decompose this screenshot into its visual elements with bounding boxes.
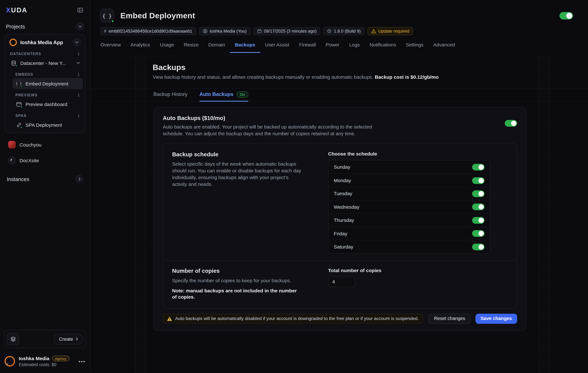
- group-count: 1: [77, 114, 80, 118]
- backup-cost-text: Backup cost is $0.12/gb/mo: [375, 74, 439, 80]
- total-copies-input[interactable]: [328, 276, 355, 287]
- tab-logs[interactable]: Logs: [344, 40, 365, 53]
- tab-usage[interactable]: Usage: [155, 40, 179, 53]
- tab-firewall[interactable]: Firewall: [294, 40, 321, 53]
- sidebar-item-preview-dashboard[interactable]: Preview dashboard: [12, 99, 83, 110]
- auto-backups-toggle[interactable]: [505, 120, 517, 127]
- tab-backups[interactable]: Backups: [230, 40, 260, 53]
- deployment-header: { } Embed Deployment # emb6f21453486458c…: [90, 0, 588, 56]
- update-required-label: Update required: [378, 29, 409, 33]
- chevron-down-icon: [78, 25, 82, 28]
- deployment-meta-chips: # emb6f21453486458ce1d0d901d9aaeaaeb1 Io…: [100, 27, 413, 35]
- owner-label: Ioshka Media (You): [210, 29, 247, 33]
- day-label: Sunday: [334, 164, 350, 170]
- tab-domain[interactable]: Domain: [203, 40, 230, 53]
- couchyou-logo-icon: [8, 141, 16, 148]
- auto-backups-description: Auto backups are enabled. Your project w…: [163, 124, 382, 137]
- tab-settings[interactable]: Settings: [401, 40, 428, 53]
- day-label: Monday: [334, 178, 351, 183]
- auto-backups-card-header: Auto Backups ($10/mo) Auto backups are e…: [154, 107, 526, 137]
- panel-collapse-icon: [77, 7, 83, 13]
- day-row-thursday: Thursday: [329, 213, 490, 227]
- sidebar-item-embed-deployment[interactable]: { } Embed Deployment: [12, 78, 83, 89]
- downgrade-warning: Auto backups will be automatically disab…: [163, 314, 423, 323]
- sidebar-item-datacenter[interactable]: Datacenter - New Y...: [7, 57, 83, 69]
- sidebar-item-project[interactable]: Ioshka Media App: [7, 37, 83, 48]
- create-label: Create: [59, 337, 73, 342]
- link-icon: [15, 121, 22, 128]
- project-collapse-button[interactable]: [73, 38, 81, 46]
- day-toggle-wednesday[interactable]: [472, 204, 484, 211]
- copies-note: Note: manual backups are not included in…: [172, 287, 298, 300]
- tab-overview[interactable]: Overview: [96, 40, 126, 53]
- total-copies-label: Total number of copies: [328, 267, 508, 273]
- projects-header: Projects: [4, 22, 85, 30]
- window-icon: [15, 101, 22, 108]
- sidebar-item-spa-deployment[interactable]: SPA Deployment: [12, 119, 83, 131]
- deployment-enabled-toggle[interactable]: [559, 12, 573, 19]
- group-previews: PREVIEWS 1: [12, 89, 83, 99]
- day-row-friday: Friday: [329, 227, 490, 240]
- day-row-saturday: Saturday: [329, 240, 490, 253]
- tab-resize[interactable]: Resize: [179, 40, 203, 53]
- save-changes-button[interactable]: Save changes: [475, 313, 517, 324]
- account-row[interactable]: 0 Ioshka Media Agency Estimated costs: $…: [4, 353, 85, 369]
- group-label-text: EMBEDS: [15, 72, 33, 76]
- day-toggle-monday[interactable]: [472, 177, 484, 184]
- chevron-down-icon: [75, 41, 78, 43]
- sidebar-item-docxsite[interactable]: DocXsite: [4, 155, 85, 166]
- backup-schedule-title: Backup schedule: [172, 151, 312, 157]
- status-dot: [20, 106, 23, 108]
- owner-chip: Ioshka Media (You): [199, 27, 251, 35]
- card-footer: Auto backups will be automatically disab…: [163, 313, 517, 324]
- projects-label: Projects: [6, 23, 25, 30]
- warning-text: Auto backups will be automatically disab…: [175, 316, 419, 321]
- deployment-title: Embed Deployment: [120, 11, 195, 20]
- sidebar-collapse-button[interactable]: [76, 6, 84, 14]
- project-tree: Ioshka Media App DATACENTERS 1 Datacente…: [4, 34, 85, 133]
- account-menu-button[interactable]: •••: [78, 358, 85, 365]
- tab-user-assist[interactable]: User Assist: [260, 40, 294, 53]
- day-toggle-friday[interactable]: [472, 230, 484, 237]
- day-row-tuesday: Tuesday: [329, 187, 490, 200]
- description-text: View backup history and status, and allo…: [153, 74, 375, 80]
- updated-chip: 09/17/2025 (3 minutes ago): [253, 27, 320, 35]
- spa-label: SPA Deployment: [26, 122, 62, 128]
- layers-icon: [7, 333, 19, 345]
- subtab-auto-backups[interactable]: Auto Backups On: [200, 91, 248, 101]
- instances-expand-button[interactable]: [75, 175, 83, 183]
- copies-title: Number of copies: [172, 267, 312, 274]
- update-required-chip[interactable]: Update required: [368, 27, 413, 35]
- sidebar-item-couchyou[interactable]: Couchyou: [4, 139, 85, 150]
- docxsite-label: DocXsite: [20, 158, 39, 163]
- day-toggle-tuesday[interactable]: [472, 190, 484, 197]
- embed-label: Embed Deployment: [26, 81, 68, 86]
- main-panel: { } Embed Deployment # emb6f21453486458c…: [90, 0, 588, 373]
- tab-analytics[interactable]: Analytics: [126, 40, 155, 53]
- status-dot: [15, 64, 18, 67]
- tab-advanced[interactable]: Advanced: [428, 40, 460, 53]
- backup-schedule-section: Backup schedule Select specific days of …: [163, 144, 517, 260]
- tab-notifications[interactable]: Notifications: [365, 40, 401, 53]
- sidebar: XUDA Projects Ioshka Media App DATACENTE…: [0, 0, 90, 373]
- day-toggle-thursday[interactable]: [472, 217, 484, 224]
- day-row-sunday: Sunday: [329, 160, 490, 174]
- project-logo-icon: [9, 39, 17, 46]
- chevron-down-icon: [76, 62, 80, 64]
- braces-icon: { }: [15, 80, 22, 87]
- number-of-copies-section: Number of copies Specify the number of c…: [163, 261, 517, 308]
- create-button[interactable]: Create: [54, 334, 83, 344]
- day-label: Tuesday: [334, 191, 352, 197]
- subtab-backup-history[interactable]: Backup History: [153, 91, 188, 101]
- schedule-days-panel: Sunday Monday Tuesday: [328, 160, 490, 254]
- day-toggle-saturday[interactable]: [472, 243, 484, 250]
- status-dot: [111, 20, 115, 23]
- day-toggle-sunday[interactable]: [472, 164, 484, 171]
- instances-row[interactable]: Instances: [4, 175, 85, 183]
- reset-changes-button[interactable]: Reset changes: [429, 313, 471, 324]
- group-label-text: DATACENTERS: [10, 52, 41, 56]
- group-count: 1: [77, 52, 80, 56]
- choose-schedule-label: Choose the schedule: [328, 151, 508, 157]
- tab-power[interactable]: Power: [321, 40, 344, 53]
- projects-expand-button[interactable]: [76, 22, 84, 30]
